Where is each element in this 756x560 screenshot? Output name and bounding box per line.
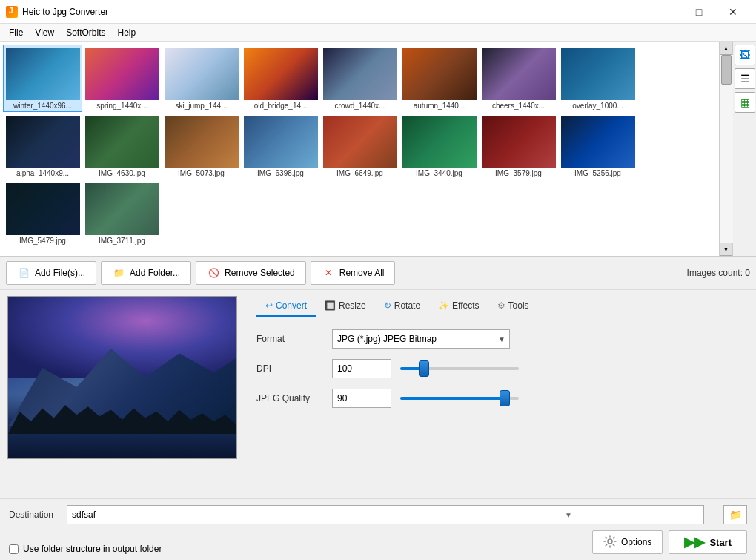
list-item[interactable]: IMG_6649.jpg — [320, 112, 399, 179]
dpi-slider-track[interactable] — [400, 367, 519, 370]
dpi-input[interactable] — [332, 359, 391, 378]
jpeg-quality-slider-track[interactable] — [400, 397, 519, 400]
remove-all-label: Remove All — [339, 268, 385, 278]
image-filename: overlay_1000... — [561, 102, 635, 110]
add-files-label: Add File(s)... — [35, 268, 85, 278]
list-item[interactable]: IMG_3711.jpg — [82, 179, 162, 247]
jpeg-quality-slider-thumb[interactable] — [500, 390, 510, 406]
scrollbar[interactable]: ▲ ▼ — [719, 42, 732, 256]
folder-structure-checkbox[interactable] — [9, 544, 19, 554]
list-item[interactable]: IMG_6398.jpg — [241, 112, 320, 179]
dpi-slider-thumb[interactable] — [419, 360, 429, 377]
tab-tools[interactable]: ⚙ Tools — [488, 296, 538, 317]
thumbnail — [85, 116, 159, 168]
image-filename: crowd_1440x... — [323, 102, 397, 110]
add-files-button[interactable]: 📄 Add File(s)... — [6, 261, 96, 285]
destination-dropdown-arrow[interactable]: ▼ — [565, 511, 572, 519]
scroll-thumb[interactable] — [721, 55, 732, 85]
start-label: Start — [709, 537, 732, 548]
list-item[interactable]: overlay_1000... — [558, 45, 637, 112]
menu-softorbits[interactable]: SoftOrbits — [60, 26, 111, 39]
thumbnail — [561, 48, 635, 100]
options-label: Options — [621, 537, 651, 547]
options-button[interactable]: Options — [592, 530, 663, 554]
list-item[interactable]: ski_jump_144... — [162, 45, 241, 112]
menu-file[interactable]: File — [3, 26, 29, 39]
tab-rotate[interactable]: ↻ Rotate — [375, 296, 429, 317]
minimize-button[interactable]: — — [648, 0, 682, 24]
list-item[interactable]: old_bridge_14... — [241, 45, 320, 112]
folder-structure-label: Use folder structure in output folder — [23, 544, 162, 554]
list-item[interactable]: IMG_5479.jpg — [3, 179, 82, 247]
grid-view-button[interactable]: ▦ — [735, 92, 755, 113]
thumbnail — [6, 116, 80, 168]
thumbnail — [323, 116, 397, 168]
list-view-button[interactable]: ☰ — [735, 68, 755, 89]
main-container: winter_1440x96...spring_1440x...ski_jump… — [0, 42, 756, 560]
destination-browse-button[interactable]: 📁 — [723, 505, 747, 524]
list-item[interactable]: cheers_1440x... — [479, 45, 558, 112]
thumbnail-view-button[interactable]: 🖼 — [735, 45, 755, 65]
thumbnail — [85, 48, 159, 100]
menu-bar: File View SoftOrbits Help — [0, 24, 756, 42]
title-bar: Heic to Jpg Converter — □ ✕ — [0, 0, 756, 24]
image-filename: alpha_1440x9... — [6, 169, 80, 177]
jpeg-quality-input[interactable] — [332, 389, 391, 408]
image-filename: winter_1440x96... — [6, 102, 80, 110]
list-item[interactable]: IMG_4630.jpg — [82, 112, 162, 179]
image-grid[interactable]: winter_1440x96...spring_1440x...ski_jump… — [0, 42, 719, 256]
list-item[interactable]: crowd_1440x... — [320, 45, 399, 112]
thumbnail — [165, 116, 239, 168]
list-item[interactable]: spring_1440x... — [82, 45, 162, 112]
view-buttons: 🖼 ☰ ▦ — [732, 42, 756, 256]
add-folder-button[interactable]: 📁 Add Folder... — [101, 261, 191, 285]
jpeg-quality-slider-fill — [400, 397, 505, 400]
content-area: ↩ Convert 🔲 Resize ↻ Rotate ✨ Effects ⚙ — [0, 290, 756, 498]
scroll-up-button[interactable]: ▲ — [720, 42, 733, 55]
resize-tab-label: Resize — [339, 300, 366, 311]
remove-selected-button[interactable]: 🚫 Remove Selected — [196, 261, 306, 285]
list-item[interactable]: alpha_1440x9... — [3, 112, 82, 179]
list-item[interactable]: IMG_3440.jpg — [399, 112, 479, 179]
thumbnail — [165, 48, 239, 100]
add-folder-icon: 📁 — [112, 266, 125, 280]
thumbnail — [6, 48, 80, 100]
format-select[interactable]: JPG (*.jpg) JPEG Bitmap PNG (*.png) Port… — [332, 329, 510, 349]
list-item[interactable]: IMG_5256.jpg — [558, 112, 637, 179]
convert-tab-label: Convert — [276, 300, 307, 311]
remove-selected-icon: 🚫 — [207, 266, 220, 280]
app-icon — [6, 6, 18, 18]
image-filename: IMG_6649.jpg — [323, 169, 397, 177]
thumbnail — [482, 48, 556, 100]
menu-help[interactable]: Help — [112, 26, 142, 39]
image-filename: IMG_3440.jpg — [402, 169, 477, 177]
remove-all-button[interactable]: ✕ Remove All — [311, 261, 396, 285]
thumbnail — [244, 116, 318, 168]
destination-row: Destination ▼ 📁 — [9, 505, 747, 524]
destination-input[interactable] — [67, 505, 704, 524]
thumbnail — [323, 48, 397, 100]
tab-convert[interactable]: ↩ Convert — [256, 296, 316, 317]
list-item[interactable]: IMG_5073.jpg — [162, 112, 241, 179]
scroll-down-button[interactable]: ▼ — [720, 243, 733, 256]
tab-effects[interactable]: ✨ Effects — [429, 296, 488, 317]
image-filename: IMG_3579.jpg — [482, 169, 556, 177]
list-item[interactable]: winter_1440x96... — [3, 45, 82, 112]
images-count: Images count: 0 — [687, 268, 750, 278]
remove-selected-label: Remove Selected — [225, 268, 295, 278]
image-filename: cheers_1440x... — [482, 102, 556, 110]
toolbar: 📄 Add File(s)... 📁 Add Folder... 🚫 Remov… — [0, 257, 756, 290]
close-button[interactable]: ✕ — [716, 0, 750, 24]
menu-view[interactable]: View — [29, 26, 60, 39]
options-gear-icon — [603, 535, 617, 550]
add-files-icon: 📄 — [17, 266, 30, 280]
window-title: Heic to Jpg Converter — [22, 7, 108, 17]
list-item[interactable]: IMG_3579.jpg — [479, 112, 558, 179]
thumbnail — [402, 48, 477, 100]
start-button[interactable]: ▶▶ Start — [669, 530, 747, 554]
rotate-tab-icon: ↻ — [384, 300, 391, 311]
maximize-button[interactable]: □ — [682, 0, 716, 24]
format-row: Format JPG (*.jpg) JPEG Bitmap PNG (*.pn… — [256, 329, 744, 349]
list-item[interactable]: autumn_1440... — [399, 45, 479, 112]
tab-resize[interactable]: 🔲 Resize — [316, 296, 375, 317]
